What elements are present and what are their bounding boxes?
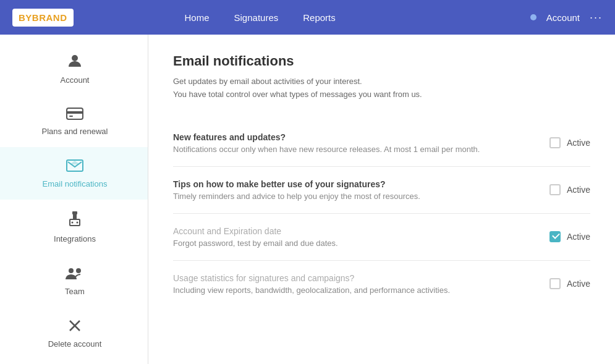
notification-title-usage-stats: Usage statistics for signatures and camp… [173, 273, 528, 283]
integrations-icon [68, 211, 82, 231]
notification-text-usage-stats: Usage statistics for signatures and camp… [173, 273, 528, 295]
notification-active-label-usage-stats: Active [567, 279, 590, 289]
notification-text-account-expiration: Account and Expiration date Forgot passw… [173, 226, 528, 248]
svg-rect-7 [70, 219, 80, 226]
notification-desc-tips: Timely reminders and advice to help you … [173, 192, 528, 201]
notification-row-new-features: New features and updates? Notifications … [173, 120, 590, 167]
nav-reports[interactable]: Reports [303, 12, 336, 23]
sidebar-item-plans[interactable]: Plans and renewal [0, 96, 148, 147]
page-title: Email notifications [173, 53, 590, 69]
notification-desc-usage-stats: Including view reports, bandwidth, geolo… [173, 286, 528, 295]
svg-point-8 [72, 222, 74, 224]
svg-point-9 [77, 222, 78, 224]
svg-point-11 [76, 268, 81, 273]
notification-title-new-features: New features and updates? [173, 132, 528, 142]
notification-row-tips: Tips on how to make better use of your s… [173, 167, 590, 214]
notification-text-new-features: New features and updates? Notifications … [173, 132, 528, 154]
page-description: Get updates by email about activities of… [173, 75, 590, 101]
notification-desc-new-features: Notifications occur only when have new r… [173, 145, 528, 154]
notification-active-label-tips: Active [567, 185, 590, 195]
main-layout: Account Plans and renewal Email noti [0, 35, 615, 364]
nav-signatures[interactable]: Signatures [234, 12, 279, 23]
notification-text-tips: Tips on how to make better use of your s… [173, 179, 528, 201]
page-desc-line1: Get updates by email about activities of… [173, 77, 362, 86]
svg-rect-5 [72, 211, 77, 214]
svg-point-10 [69, 268, 74, 273]
notification-checkbox-tips[interactable] [549, 184, 561, 195]
notification-row-account-expiration: Account and Expiration date Forgot passw… [173, 214, 590, 261]
notification-active-label-new-features: Active [567, 138, 590, 148]
header-right: Account ··· [530, 11, 603, 24]
sidebar-item-email-notifications-label: Email notifications [43, 179, 108, 188]
main-nav: Home Signatures Reports [185, 12, 336, 23]
delete-account-icon [67, 318, 82, 336]
page-desc-line2: You have total control over what types o… [173, 90, 422, 99]
sidebar-item-account[interactable]: Account [0, 41, 148, 96]
sidebar-item-team[interactable]: Team [0, 255, 148, 307]
email-notifications-icon [66, 158, 83, 176]
sidebar-item-integrations-label: Integrations [54, 234, 96, 243]
team-icon [65, 266, 85, 283]
notification-row-usage-stats: Usage statistics for signatures and camp… [173, 261, 590, 307]
sidebar: Account Plans and renewal Email noti [0, 35, 148, 364]
svg-point-0 [72, 55, 78, 61]
logo[interactable]: BYBRAND [12, 9, 74, 27]
notification-control-new-features: Active [528, 137, 590, 148]
sidebar-item-team-label: Team [65, 287, 85, 296]
account-menu[interactable]: Account [546, 12, 580, 23]
notification-title-tips: Tips on how to make better use of your s… [173, 179, 528, 189]
nav-home[interactable]: Home [185, 12, 210, 23]
sidebar-item-email-notifications[interactable]: Email notifications [0, 147, 148, 200]
svg-rect-3 [69, 116, 73, 117]
content-area: Email notifications Get updates by email… [148, 35, 615, 364]
sidebar-item-delete-account[interactable]: Delete account [0, 307, 148, 360]
notification-title-account-expiration: Account and Expiration date [173, 226, 528, 236]
svg-rect-2 [67, 111, 83, 114]
notification-control-tips: Active [528, 184, 590, 195]
account-icon [66, 52, 83, 72]
notification-desc-account-expiration: Forgot password, test by email and due d… [173, 239, 528, 248]
sidebar-item-integrations[interactable]: Integrations [0, 200, 148, 255]
sidebar-item-delete-account-label: Delete account [48, 339, 102, 349]
svg-rect-6 [73, 214, 77, 219]
logo-text: BYBRAND [19, 12, 67, 23]
status-dot [530, 14, 537, 20]
sidebar-item-plans-label: Plans and renewal [42, 127, 108, 136]
notification-checkbox-usage-stats[interactable] [549, 278, 561, 289]
notification-control-usage-stats: Active [528, 278, 590, 289]
notification-checkbox-account-expiration[interactable] [549, 231, 561, 242]
header: BYBRAND Home Signatures Reports Account … [0, 0, 615, 35]
notification-checkbox-new-features[interactable] [549, 137, 561, 148]
plans-icon [66, 107, 83, 123]
notification-control-account-expiration: Active [528, 231, 590, 242]
notification-active-label-account-expiration: Active [567, 232, 590, 242]
more-menu[interactable]: ··· [590, 11, 603, 24]
sidebar-item-account-label: Account [61, 75, 90, 85]
